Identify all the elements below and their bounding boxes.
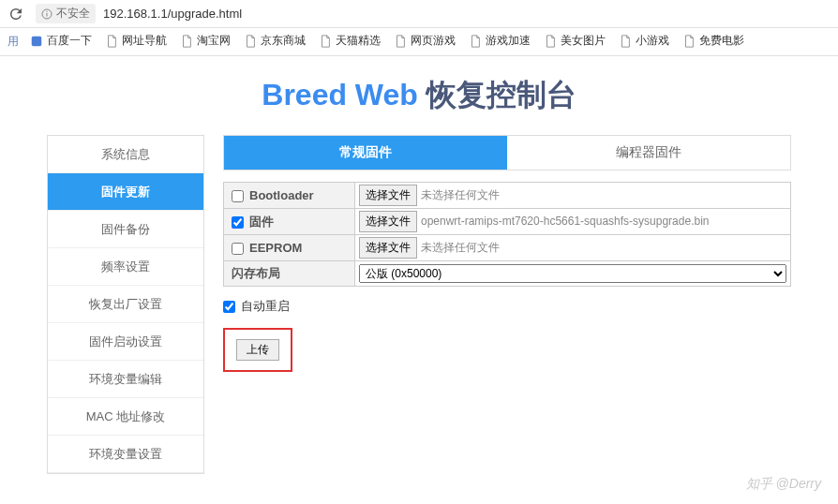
bookmark-label: 百度一下: [47, 33, 92, 49]
info-icon: [41, 8, 52, 20]
bookmark-label: 网页游戏: [411, 33, 456, 49]
flash-layout-label: 闪存布局: [224, 261, 355, 287]
choose-file-button[interactable]: 选择文件: [359, 185, 417, 206]
firmware-form-table: Bootloader选择文件未选择任何文件固件选择文件openwrt-ramip…: [223, 182, 791, 287]
row-label: 固件: [249, 215, 274, 229]
sidebar-item[interactable]: 环境变量设置: [48, 436, 203, 473]
row-checkbox[interactable]: [232, 243, 244, 255]
bookmark-label: 淘宝网: [197, 33, 231, 49]
bookmark-item[interactable]: 百度一下: [30, 33, 92, 49]
row-value-cell: 选择文件未选择任何文件: [355, 235, 791, 261]
auto-reboot-row: 自动重启: [223, 298, 791, 315]
row-checkbox[interactable]: [232, 216, 244, 229]
tab[interactable]: 常规固件: [224, 136, 507, 170]
bookmark-item[interactable]: 小游戏: [619, 33, 669, 49]
bookmark-item[interactable]: 网址导航: [105, 33, 167, 49]
main-content: 常规固件编程器固件 Bootloader选择文件未选择任何文件固件选择文件ope…: [223, 135, 791, 474]
row-value-cell: 选择文件openwrt-ramips-mt7620-hc5661-squashf…: [355, 209, 791, 235]
auto-reboot-checkbox[interactable]: [223, 301, 235, 313]
sidebar-item[interactable]: 恢复出厂设置: [48, 286, 203, 323]
bookmark-bar: 用 百度一下网址导航淘宝网京东商城天猫精选网页游戏游戏加速美女图片小游戏免费电影: [0, 28, 838, 56]
flash-layout-cell: 公版 (0x50000): [355, 261, 791, 287]
security-label: 不安全: [56, 6, 90, 22]
sidebar-item[interactable]: 固件启动设置: [48, 323, 203, 361]
table-row: EEPROM选择文件未选择任何文件: [224, 235, 791, 261]
choose-file-button[interactable]: 选择文件: [359, 237, 417, 259]
bookmark-item[interactable]: 网页游戏: [394, 33, 456, 49]
upload-button[interactable]: 上传: [236, 339, 279, 361]
file-name-text: 未选择任何文件: [421, 241, 500, 254]
bookmark-label: 免费电影: [699, 33, 744, 49]
sidebar-item[interactable]: 频率设置: [48, 248, 203, 286]
sidebar: 系统信息固件更新固件备份频率设置恢复出厂设置固件启动设置环境变量编辑MAC 地址…: [47, 135, 204, 474]
bookmark-label: 游戏加速: [486, 33, 531, 49]
page-title: Breed Web 恢复控制台: [47, 75, 791, 116]
row-checkbox[interactable]: [232, 190, 244, 202]
bookmark-item[interactable]: 游戏加速: [469, 33, 531, 49]
url-text[interactable]: 192.168.1.1/upgrade.html: [103, 7, 242, 21]
bookmark-label: 美女图片: [561, 33, 606, 49]
row-value-cell: 选择文件未选择任何文件: [355, 183, 791, 209]
svg-rect-2: [47, 11, 48, 12]
choose-file-button[interactable]: 选择文件: [359, 211, 417, 232]
table-row: 固件选择文件openwrt-ramips-mt7620-hc5661-squas…: [224, 209, 791, 235]
bookmark-label: 网址导航: [122, 33, 167, 49]
bookmark-label: 天猫精选: [336, 33, 381, 49]
file-name-text: 未选择任何文件: [421, 188, 500, 201]
sidebar-item[interactable]: 环境变量编辑: [48, 361, 203, 398]
flash-layout-select[interactable]: 公版 (0x50000): [359, 264, 786, 283]
table-row: 闪存布局公版 (0x50000): [224, 261, 791, 287]
table-row: Bootloader选择文件未选择任何文件: [224, 183, 791, 209]
bookmark-label: 京东商城: [261, 33, 306, 49]
tab[interactable]: 编程器固件: [507, 136, 790, 170]
reload-icon[interactable]: [7, 6, 24, 22]
row-label-cell: 固件: [224, 209, 355, 235]
row-label-cell: Bootloader: [224, 183, 355, 209]
sidebar-item[interactable]: 固件备份: [48, 211, 203, 248]
security-badge[interactable]: 不安全: [36, 4, 96, 23]
svg-rect-1: [47, 13, 48, 17]
bookmark-label: 小游戏: [636, 33, 669, 49]
row-label-cell: EEPROM: [224, 235, 355, 261]
file-name-text: openwrt-ramips-mt7620-hc5661-squashfs-sy…: [421, 215, 710, 228]
sidebar-item[interactable]: 系统信息: [48, 136, 203, 173]
bookmark-bar-label: 用: [7, 34, 19, 50]
bookmark-item[interactable]: 免费电影: [682, 33, 744, 49]
sidebar-item[interactable]: MAC 地址修改: [48, 398, 203, 436]
title-part2: 恢复控制台: [418, 78, 576, 111]
bookmark-item[interactable]: 京东商城: [244, 33, 306, 49]
page-content: Breed Web 恢复控制台 系统信息固件更新固件备份频率设置恢复出厂设置固件…: [0, 56, 838, 493]
watermark: 知乎 @Derry: [746, 476, 821, 493]
row-label: Bootloader: [249, 188, 314, 202]
bookmark-item[interactable]: 淘宝网: [180, 33, 231, 49]
browser-address-bar: 不安全 192.168.1.1/upgrade.html: [0, 0, 838, 28]
svg-rect-3: [32, 37, 42, 47]
tabs: 常规固件编程器固件: [223, 135, 791, 170]
bookmark-item[interactable]: 美女图片: [544, 33, 606, 49]
bookmark-item[interactable]: 天猫精选: [319, 33, 381, 49]
title-part1: Breed Web: [262, 78, 418, 111]
auto-reboot-label: 自动重启: [241, 298, 290, 315]
row-label: EEPROM: [249, 241, 302, 255]
upload-highlight-box: 上传: [223, 328, 292, 372]
sidebar-item[interactable]: 固件更新: [48, 173, 203, 211]
